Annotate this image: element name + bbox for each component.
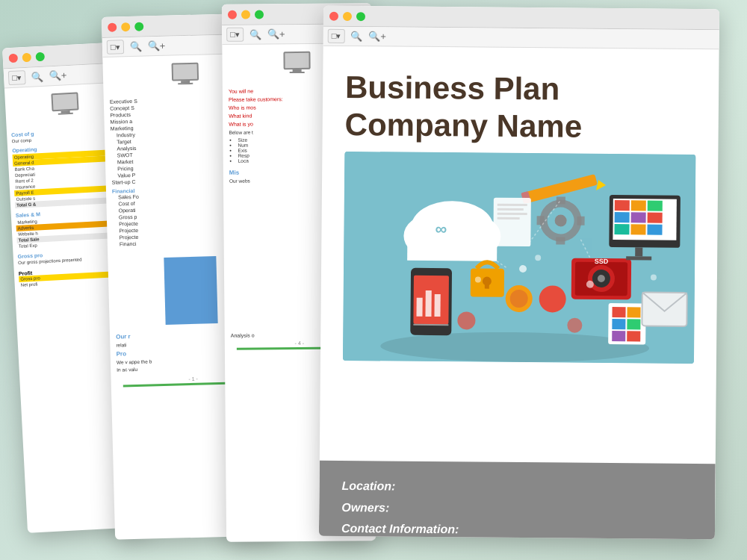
zoom-in-icon-2[interactable]: 🔍+ — [147, 40, 165, 52]
svg-rect-52 — [635, 247, 642, 256]
svg-rect-26 — [434, 294, 440, 317]
svg-rect-46 — [615, 212, 630, 223]
zoom-out-icon-4[interactable]: 🔍 — [350, 31, 362, 42]
cover-page: Business Plan Company Name ∞ — [319, 46, 719, 540]
svg-rect-75 — [498, 217, 520, 220]
svg-point-79 — [586, 281, 594, 288]
maximize-btn-1[interactable] — [35, 52, 45, 61]
cover-image-area: ∞ — [343, 152, 695, 364]
svg-rect-1 — [52, 94, 77, 111]
maximize-btn-3[interactable] — [255, 10, 264, 19]
minimize-btn-2[interactable] — [121, 22, 130, 31]
zoom-in-icon-1[interactable]: 🔍+ — [49, 69, 66, 81]
footer-location: Location: — [341, 476, 692, 500]
footer-contact: Contact Information: — [341, 518, 692, 539]
minimize-btn-3[interactable] — [241, 10, 250, 19]
svg-point-70 — [567, 317, 582, 332]
svg-rect-43 — [615, 200, 630, 211]
zoom-out-icon-2[interactable]: 🔍 — [129, 41, 141, 52]
svg-text:∞: ∞ — [436, 220, 447, 238]
svg-rect-27 — [413, 324, 448, 326]
svg-rect-74 — [498, 213, 527, 215]
svg-rect-58 — [612, 307, 625, 317]
svg-rect-17 — [407, 237, 497, 261]
tech-illustration: ∞ — [343, 152, 695, 364]
maximize-btn-4[interactable] — [356, 12, 365, 21]
svg-point-76 — [519, 265, 527, 273]
svg-rect-10 — [293, 69, 302, 72]
view-btn-4[interactable]: □▾ — [328, 29, 345, 43]
svg-rect-50 — [630, 224, 645, 234]
document-window-4[interactable]: □▾ 🔍 🔍+ Business Plan Company Name — [319, 6, 719, 540]
svg-rect-31 — [557, 196, 565, 204]
close-btn-4[interactable] — [329, 11, 338, 20]
svg-rect-72 — [498, 204, 527, 206]
cover-title-line1: Business Plan — [345, 69, 696, 109]
view-btn-3[interactable]: □▾ — [226, 28, 244, 42]
svg-point-77 — [535, 255, 541, 261]
svg-rect-48 — [648, 212, 663, 223]
zoom-out-icon-1[interactable]: 🔍 — [31, 71, 43, 83]
svg-rect-59 — [627, 307, 640, 317]
view-btn-2[interactable]: □▾ — [107, 40, 124, 55]
svg-rect-62 — [612, 331, 625, 341]
view-btn-1[interactable]: □▾ — [8, 70, 26, 85]
zoom-in-icon-3[interactable]: 🔍+ — [267, 28, 285, 40]
svg-rect-63 — [627, 331, 640, 341]
svg-point-69 — [457, 311, 475, 329]
svg-rect-21 — [485, 281, 489, 288]
svg-rect-5 — [173, 64, 198, 80]
svg-point-30 — [555, 214, 567, 226]
svg-point-78 — [475, 276, 481, 282]
svg-point-68 — [539, 285, 566, 312]
svg-text:SSD: SSD — [595, 258, 609, 265]
svg-rect-6 — [181, 81, 190, 83]
close-btn-2[interactable] — [108, 22, 117, 31]
svg-rect-25 — [425, 290, 431, 317]
cover-title-line2: Company Name — [344, 106, 695, 146]
svg-rect-53 — [626, 256, 651, 260]
svg-rect-51 — [647, 224, 662, 234]
svg-point-39 — [598, 275, 605, 282]
svg-rect-7 — [178, 83, 193, 85]
zoom-in-icon-4[interactable]: 🔍+ — [368, 31, 386, 42]
cover-footer: Location: Owners: Contact Information: D… — [319, 460, 716, 539]
svg-rect-2 — [61, 111, 70, 113]
svg-rect-47 — [631, 212, 646, 223]
close-btn-3[interactable] — [228, 10, 237, 19]
svg-rect-32 — [556, 237, 565, 244]
blue-placeholder-rect — [164, 256, 217, 325]
svg-rect-34 — [577, 216, 585, 225]
svg-point-80 — [651, 274, 657, 280]
svg-rect-60 — [612, 319, 625, 329]
maximize-btn-2[interactable] — [134, 22, 143, 31]
svg-rect-73 — [498, 208, 524, 211]
cover-title-area: Business Plan Company Name — [322, 46, 719, 155]
zoom-out-icon-3[interactable]: 🔍 — [249, 28, 261, 40]
close-btn-1[interactable] — [8, 53, 18, 63]
svg-rect-44 — [631, 200, 646, 211]
svg-rect-9 — [285, 53, 309, 68]
svg-rect-61 — [627, 319, 640, 329]
minimize-btn-4[interactable] — [343, 11, 352, 20]
footer-owners: Owners: — [341, 497, 692, 522]
svg-point-65 — [510, 290, 528, 308]
svg-rect-45 — [648, 200, 663, 211]
svg-rect-49 — [614, 224, 629, 234]
svg-rect-11 — [290, 72, 305, 73]
minimize-btn-1[interactable] — [22, 52, 31, 62]
svg-rect-24 — [416, 298, 422, 317]
